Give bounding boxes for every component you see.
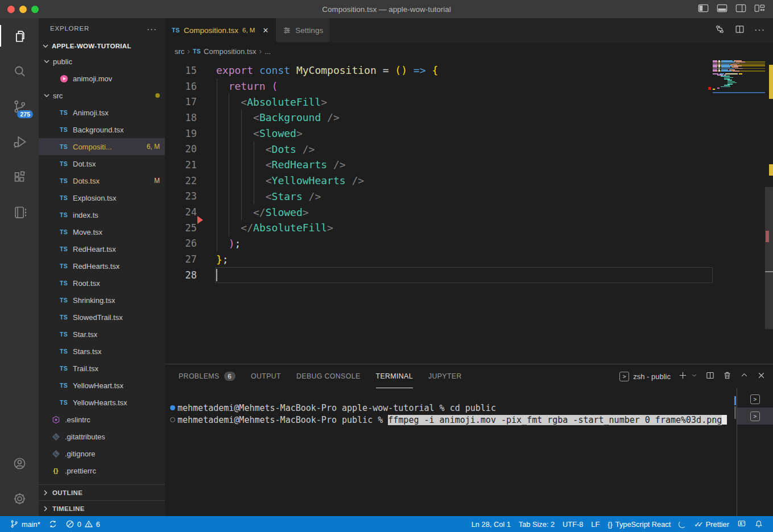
indentation-setting[interactable]: Tab Size: 2 <box>515 520 559 529</box>
tree-item-compositi-[interactable]: TSCompositi...6, M <box>39 138 165 155</box>
timeline-section[interactable]: TIMELINE <box>39 500 165 516</box>
panel-tab-terminal[interactable]: TERMINAL <box>376 364 413 388</box>
terminal-instance-item-active[interactable]: > <box>737 408 773 425</box>
cursor-position[interactable]: Ln 28, Col 1 <box>468 520 515 529</box>
tree-item-shrinking-tsx[interactable]: TSShrinking.tsx <box>39 292 165 309</box>
close-tab-icon[interactable]: ✕ <box>262 26 268 35</box>
breadcrumb-file[interactable]: Composition.tsx <box>204 47 256 56</box>
code-line-17[interactable]: 17 <AbsoluteFill> <box>165 94 773 110</box>
run-debug-icon[interactable] <box>0 124 39 159</box>
code-line-28[interactable]: 28 <box>165 267 773 283</box>
open-changes-icon[interactable] <box>714 24 725 37</box>
tree-item--eslintrc[interactable]: .eslintrc <box>39 411 165 428</box>
code-line-23[interactable]: 23 <Stars /> <box>165 189 773 205</box>
feedback-button[interactable] <box>733 519 750 529</box>
notifications-bell[interactable] <box>750 519 767 529</box>
tree-item-trail-tsx[interactable]: TSTrail.tsx <box>39 360 165 377</box>
settings-gear-icon[interactable] <box>0 481 39 516</box>
code-line-26[interactable]: 26 ); <box>165 236 773 252</box>
eslint-file-icon <box>50 415 61 424</box>
code-line-18[interactable]: 18 <Background /> <box>165 110 773 126</box>
tree-item-package-lock-json[interactable]: {}package-lock.json <box>39 479 165 484</box>
tree-item-animoji-mov[interactable]: animoji.mov <box>39 70 165 87</box>
minimize-window-button[interactable] <box>19 6 27 13</box>
tree-item-star-tsx[interactable]: TSStar.tsx <box>39 326 165 343</box>
toggle-primary-sidebar-icon[interactable] <box>698 4 709 15</box>
split-terminal-icon[interactable] <box>705 371 715 383</box>
tree-item-redheart-tsx[interactable]: TSRedHeart.tsx <box>39 240 165 257</box>
tree-item-yellowhearts-tsx[interactable]: TSYellowHearts.tsx <box>39 394 165 411</box>
tree-item-animoji-tsx[interactable]: TSAnimoji.tsx <box>39 104 165 121</box>
code-editor[interactable]: 15export const MyComposition = () => {16… <box>165 60 773 364</box>
code-line-27[interactable]: 27}; <box>165 251 773 267</box>
git-branch-status[interactable]: main* <box>6 516 44 532</box>
tree-item-yellowheart-tsx[interactable]: TSYellowHeart.tsx <box>39 377 165 394</box>
explorer-icon[interactable] <box>0 18 39 53</box>
code-line-24[interactable]: 24 </Slowed> <box>165 204 773 220</box>
tree-item--prettierrc[interactable]: {}.prettierrc <box>39 462 165 479</box>
tree-item--gitattributes[interactable]: .gitattributes <box>39 428 165 445</box>
close-window-button[interactable] <box>7 6 15 13</box>
close-panel-icon[interactable] <box>757 371 766 383</box>
toggle-secondary-sidebar-icon[interactable] <box>735 4 746 15</box>
code-line-19[interactable]: 19 <Slowed> <box>165 126 773 142</box>
code-line-15[interactable]: 15export const MyComposition = () => { <box>165 63 773 78</box>
panel-tab-problems[interactable]: PROBLEMS6 <box>179 364 235 388</box>
code-line-16[interactable]: 16 return ( <box>165 78 773 94</box>
formatter-status[interactable]: ✓✓ Prettier <box>690 520 733 529</box>
breadcrumb-symbol[interactable]: ... <box>264 47 271 56</box>
tab-settings[interactable]: Settings <box>276 18 330 42</box>
minimap[interactable] <box>713 60 765 364</box>
tree-item-index-ts[interactable]: TSindex.ts <box>39 206 165 223</box>
breadcrumb-folder[interactable]: src <box>175 47 184 56</box>
tree-item-root-tsx[interactable]: TSRoot.tsx <box>39 275 165 292</box>
code-line-25[interactable]: 25 </AbsoluteFill> <box>165 220 773 236</box>
tree-item-redhearts-tsx[interactable]: TSRedHearts.tsx <box>39 257 165 275</box>
toggle-panel-icon[interactable] <box>717 4 727 15</box>
jupyter-notebook-icon[interactable] <box>0 194 39 230</box>
extensions-icon[interactable] <box>0 159 39 194</box>
terminal-dropdown-chevron-icon[interactable] <box>691 371 698 381</box>
zoom-window-button[interactable] <box>31 6 39 13</box>
tree-item-explosion-tsx[interactable]: TSExplosion.tsx <box>39 189 165 206</box>
search-icon[interactable] <box>0 53 39 89</box>
code-line-22[interactable]: 22 <YellowHearts /> <box>165 173 773 189</box>
code-line-20[interactable]: 20 <Dots /> <box>165 141 773 157</box>
terminal[interactable]: mehmetademi@Mehmets-MacBook-Pro apple-wo… <box>165 388 737 516</box>
customize-layout-icon[interactable] <box>754 4 765 15</box>
breadcrumb-separator: › <box>187 47 190 56</box>
background-task-spinner[interactable] <box>675 521 690 528</box>
tree-item-background-tsx[interactable]: TSBackground.tsx <box>39 121 165 138</box>
terminal-instance-item[interactable]: > <box>737 390 773 408</box>
language-mode[interactable]: {} TypeScript React <box>603 520 675 529</box>
new-terminal-icon[interactable] <box>678 371 688 383</box>
tree-item-move-tsx[interactable]: TSMove.tsx <box>39 223 165 240</box>
account-icon[interactable] <box>0 446 39 481</box>
tab-composition-tsx[interactable]: TS Composition.tsx 6, M ✕ <box>165 18 276 42</box>
editor-more-actions-icon[interactable]: ··· <box>754 25 765 35</box>
tree-item-src[interactable]: src <box>39 87 165 104</box>
outline-section[interactable]: OUTLINE <box>39 484 165 500</box>
eol-setting[interactable]: LF <box>587 520 603 529</box>
panel-tab-debug-console[interactable]: DEBUG CONSOLE <box>296 364 360 388</box>
split-editor-icon[interactable] <box>734 24 745 37</box>
tree-item-dot-tsx[interactable]: TSDot.tsx <box>39 155 165 172</box>
sync-changes-button[interactable] <box>44 516 61 532</box>
tree-item-stars-tsx[interactable]: TSStars.tsx <box>39 343 165 360</box>
panel-tab-jupyter[interactable]: JUPYTER <box>428 364 462 388</box>
tree-item-public[interactable]: public <box>39 53 165 70</box>
tree-item-dots-tsx[interactable]: TSDots.tsxM <box>39 172 165 189</box>
problems-status[interactable]: 0 6 <box>61 516 104 532</box>
explorer-more-actions-icon[interactable]: ··· <box>147 24 157 34</box>
project-root-folder[interactable]: APPLE-WOW-TUTORIAL <box>39 39 165 53</box>
tree-item--gitignore[interactable]: .gitignore <box>39 445 165 462</box>
maximize-panel-chevron-icon[interactable] <box>739 371 749 383</box>
code-line-21[interactable]: 21 <RedHearts /> <box>165 157 773 173</box>
terminal-shell-selector[interactable]: >zsh - public <box>619 372 671 381</box>
panel-tab-output[interactable]: OUTPUT <box>251 364 281 388</box>
tree-item-slowedtrail-tsx[interactable]: TSSlowedTrail.tsx <box>39 309 165 326</box>
kill-terminal-trash-icon[interactable] <box>722 371 732 383</box>
encoding-setting[interactable]: UTF-8 <box>559 520 587 529</box>
source-control-icon[interactable]: 275 <box>0 89 39 124</box>
overview-ruler-scrollbar[interactable] <box>765 60 773 364</box>
